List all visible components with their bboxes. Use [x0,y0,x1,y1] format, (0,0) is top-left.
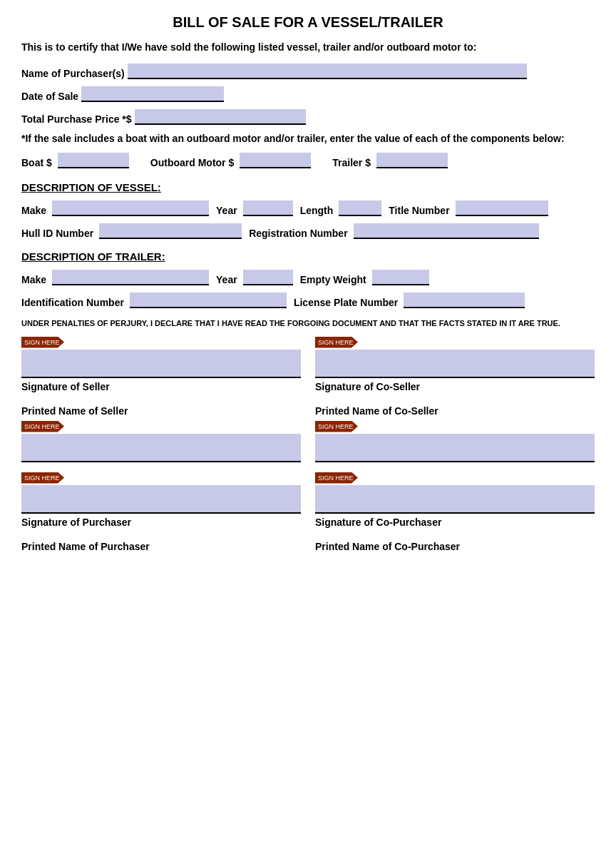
coseller-sig-line[interactable] [315,350,595,378]
trailer-weight-item: Empty Weight [300,270,429,285]
purchaser-input[interactable] [128,63,527,79]
registration-label: Registration Number [249,228,347,239]
trailer-amount-label: Trailer $ [332,157,371,168]
coseller-printed-line[interactable] [315,434,595,462]
trailer-row1: Make Year Empty Weight [21,270,595,285]
vessel-length-item: Length [300,200,382,216]
trailer-amount-input[interactable] [376,153,448,168]
seller-sig-line[interactable] [21,350,301,378]
vessel-length-input[interactable] [339,200,381,216]
outboard-item: Outboard Motor $ [150,153,311,168]
vessel-make-item: Make [21,200,209,216]
coseller-sig-label: Signature of Co-Seller [315,381,595,392]
date-input[interactable] [81,86,224,102]
purchaser-label: Name of Purchaser(s) [21,68,125,79]
hull-id-input[interactable] [99,223,242,239]
copurchaser-sig-label: Signature of Co-Purchaser [315,517,595,528]
price-row: Total Purchase Price *$ [21,109,595,125]
coseller-printed-block: Printed Name of Co-Seller SIGN HERE [315,401,595,465]
seller-printed-line[interactable] [21,434,301,462]
perjury-text: UNDER PENALTIES OF PERJURY, I DECLARE TH… [21,318,595,329]
page-title: BILL OF SALE FOR A VESSEL/TRAILER [21,14,595,31]
trailer-year-input[interactable] [243,270,293,285]
vessel-year-input[interactable] [243,200,293,216]
trailer-row2: Identification Number License Plate Numb… [21,293,595,308]
seller-printed-label: Printed Name of Seller [21,405,301,417]
purchaser-sig-label: Signature of Purchaser [21,517,301,528]
purchaser-printed-block: Printed Name of Purchaser [21,537,301,555]
seller-printed-block: Printed Name of Seller SIGN HERE [21,401,301,465]
vessel-year-item: Year [216,200,293,216]
trailer-amount-item: Trailer $ [332,153,448,168]
vessel-make-label: Make [21,205,46,216]
outboard-input[interactable] [240,153,311,168]
hull-id-item: Hull ID Number [21,223,242,239]
registration-item: Registration Number [249,223,538,239]
outboard-label: Outboard Motor $ [150,157,234,168]
boat-label: Boat $ [21,157,52,168]
copurchaser-sig-block: SIGN HERE Signature of Co-Purchaser [315,471,595,531]
note-text: *If the sale includes a boat with an out… [21,132,595,146]
trailer-weight-input[interactable] [372,270,429,285]
trailer-make-input[interactable] [52,270,209,285]
coseller-printed-arrow: SIGN HERE [315,421,358,432]
vessel-make-input[interactable] [52,200,209,216]
date-row: Date of Sale [21,86,595,102]
vessel-year-label: Year [216,205,237,216]
vessel-row1: Make Year Length Title Number [21,200,595,216]
vessel-title-input[interactable] [456,200,548,216]
trailer-id-item: Identification Number [21,293,287,308]
trailer-section-title: DESCRIPTION OF TRAILER: [21,250,595,263]
trailer-id-input[interactable] [130,293,287,308]
components-row: Boat $ Outboard Motor $ Trailer $ [21,153,595,168]
seller-sig-arrow: SIGN HERE [21,337,64,348]
copurchaser-printed-label: Printed Name of Co-Purchaser [315,541,595,552]
purchaser-sig-block: SIGN HERE Signature of Purchaser [21,471,301,531]
price-input[interactable] [135,109,306,125]
purchaser-row: Name of Purchaser(s) [21,63,595,79]
copurchaser-sig-line[interactable] [315,485,595,514]
registration-input[interactable] [354,223,539,239]
signature-grid: SIGN HERE Signature of Seller SIGN HERE … [21,335,595,561]
purchaser-sig-line[interactable] [21,485,301,514]
trailer-weight-label: Empty Weight [300,274,366,285]
vessel-row2: Hull ID Number Registration Number [21,223,595,239]
license-plate-input[interactable] [404,293,525,308]
coseller-sig-arrow: SIGN HERE [315,337,358,348]
purchaser-printed-label: Printed Name of Purchaser [21,541,301,552]
boat-item: Boat $ [21,153,129,168]
vessel-section-title: DESCRIPTION OF VESSEL: [21,181,595,193]
intro-text: This is to certify that I/We have sold t… [21,41,595,55]
seller-sig-label: Signature of Seller [21,381,301,392]
hull-id-label: Hull ID Number [21,228,93,239]
copurchaser-sig-arrow: SIGN HERE [315,472,358,484]
date-label: Date of Sale [21,91,78,102]
license-plate-label: License Plate Number [294,297,398,308]
vessel-title-item: Title Number [389,200,548,216]
purchaser-sig-arrow: SIGN HERE [21,472,64,484]
boat-input[interactable] [58,153,129,168]
license-plate-item: License Plate Number [294,293,525,308]
seller-printed-arrow: SIGN HERE [21,421,64,432]
trailer-year-item: Year [216,270,293,285]
trailer-make-item: Make [21,270,209,285]
vessel-title-label: Title Number [389,205,449,216]
copurchaser-printed-block: Printed Name of Co-Purchaser [315,537,595,555]
trailer-year-label: Year [216,274,237,285]
price-label: Total Purchase Price *$ [21,113,132,125]
trailer-id-label: Identification Number [21,297,124,308]
vessel-length-label: Length [300,205,334,216]
coseller-sig-block: SIGN HERE Signature of Co-Seller [315,335,595,395]
trailer-make-label: Make [21,274,46,285]
coseller-printed-label: Printed Name of Co-Seller [315,405,595,417]
seller-sig-block: SIGN HERE Signature of Seller [21,335,301,395]
